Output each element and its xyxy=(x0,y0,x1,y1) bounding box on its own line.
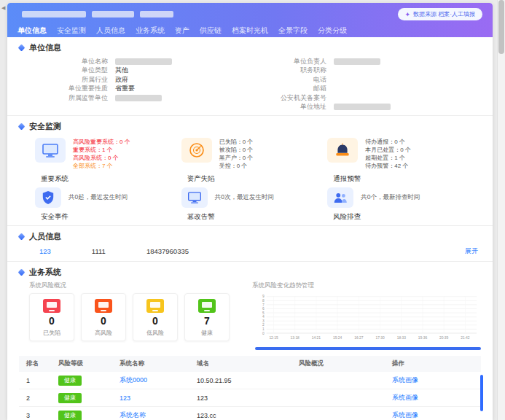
risk-stat-cards: 0 已失陷 0 高风险 0 低风险 7 健康 xyxy=(29,293,248,350)
personnel-name-link[interactable]: 123 xyxy=(39,247,51,255)
stat-line: 黑产户：0 个 xyxy=(219,154,254,162)
card-caption: 资产失陷 xyxy=(187,174,328,184)
field-label: 公安机关备案号 xyxy=(258,93,326,103)
system-name-link[interactable]: 系统名称 xyxy=(120,411,197,420)
personnel-value: 1111 xyxy=(92,247,106,255)
security-card-events: 共0起，最近发生时间 安全事件 xyxy=(35,187,181,224)
stat-label: 已失陷 xyxy=(43,329,60,337)
table-scrollbar[interactable] xyxy=(480,375,483,411)
table-row: 2 健康 123 123 系统画像 xyxy=(19,389,481,407)
field-label: 所属行业 xyxy=(39,75,108,85)
page-scrollbar[interactable] xyxy=(497,0,505,420)
back-arrow[interactable]: ◀ xyxy=(1,5,5,11)
stat-line: 被攻陷：0 个 xyxy=(219,146,254,154)
card-caption: 风险排查 xyxy=(333,212,474,222)
section-diamond-icon xyxy=(18,269,26,276)
system-name-link[interactable]: 123 xyxy=(120,394,197,402)
tab-unit-info[interactable]: 单位信息 xyxy=(17,26,47,39)
team-icon xyxy=(327,187,353,208)
system-profile-link[interactable]: 系统画像 xyxy=(392,393,474,402)
stat-value: 0 xyxy=(152,315,158,327)
svg-text:3: 3 xyxy=(262,319,265,323)
risk-overview-label: 系统风险概况 xyxy=(29,281,252,290)
field-label: 单位负责人 xyxy=(258,57,326,66)
expand-link[interactable]: 展开 xyxy=(465,246,478,256)
section-title-business: 业务系统 xyxy=(29,267,61,278)
system-profile-link[interactable]: 系统画像 xyxy=(392,411,474,420)
personnel-value: 18437960335 xyxy=(146,247,189,255)
col-risk-level: 风险等级 xyxy=(58,359,120,368)
section-personnel: 人员信息 123 1111 18437960335 展开 xyxy=(7,225,493,256)
col-domain: 域名 xyxy=(197,359,299,368)
tab-assets[interactable]: 资产 xyxy=(175,26,189,39)
redacted-value xyxy=(334,58,380,65)
page-scrollbar-thumb[interactable] xyxy=(498,0,504,54)
svg-text:17:30: 17:30 xyxy=(375,337,385,341)
card-caption: 重要系统 xyxy=(41,174,181,184)
field-label: 职务职称 xyxy=(258,66,326,75)
security-card-important-systems: 高风险重要系统：0 个 重要系统：1 个 高风险系统：0 个 全部系统：7 个 … xyxy=(35,138,181,186)
svg-text:8: 8 xyxy=(262,299,265,303)
tab-panorama-fields[interactable]: 全景字段 xyxy=(278,26,308,39)
stat-line: 已失陷：0 个 xyxy=(219,138,254,146)
personnel-row: 123 1111 18437960335 展开 xyxy=(39,246,478,256)
stat-label: 低风险 xyxy=(146,329,164,337)
data-source-button[interactable]: ✦ 数据来源 档案·人工填报 xyxy=(398,8,482,20)
field-value: 政府 xyxy=(115,75,128,85)
data-source-label: 数据来源 档案·人工填报 xyxy=(413,10,475,18)
page-title-redacted xyxy=(22,11,173,18)
stat-line: 高风险重要系统：0 个 xyxy=(73,138,130,146)
field-label: 单位名称 xyxy=(39,57,108,66)
tab-business-systems[interactable]: 业务系统 xyxy=(136,26,165,39)
chart-scrollbar[interactable] xyxy=(255,347,481,350)
section-diamond-icon xyxy=(18,233,26,241)
svg-text:1: 1 xyxy=(262,327,265,331)
security-card-asset-compromise: 已失陷：0 个 被攻陷：0 个 黑产户：0 个 受控：0 个 资产失陷 xyxy=(181,138,328,186)
svg-text:15:24: 15:24 xyxy=(333,337,342,341)
stat-line: 受控：0 个 xyxy=(219,162,254,170)
section-title-security: 安全监测 xyxy=(29,121,61,132)
dashboard-card: ✦ 数据来源 档案·人工填报 单位信息 安全监测 人员信息 业务系统 资产 供应… xyxy=(7,3,493,420)
svg-text:7: 7 xyxy=(262,303,265,307)
trend-chart-canvas: 987654321012:1513:1814:2115:2416:2717:30… xyxy=(255,293,481,346)
monitor-icon xyxy=(146,299,164,313)
system-profile-link[interactable]: 系统画像 xyxy=(392,376,474,385)
svg-text:14:21: 14:21 xyxy=(312,337,321,341)
monitor-icon xyxy=(35,138,66,163)
stat-value: 0 xyxy=(49,315,55,327)
monitor-icon xyxy=(95,299,112,313)
field-value: 其他 xyxy=(115,66,128,75)
security-card-tamper: 共0次，最近发生时间 篡改告警 xyxy=(181,187,328,224)
tab-supply-chain[interactable]: 供应链 xyxy=(200,26,222,39)
tab-personnel[interactable]: 人员信息 xyxy=(96,26,125,39)
field-label: 单位重要性质 xyxy=(39,84,108,93)
section-diamond-icon xyxy=(18,44,26,52)
svg-text:21:42: 21:42 xyxy=(461,337,470,341)
status-badge: 健康 xyxy=(58,376,82,386)
col-system-name: 系统名称 xyxy=(120,359,197,368)
domain-cell: 123.cc xyxy=(197,412,299,419)
redacted-title-block xyxy=(22,11,86,18)
table-row: 1 健康 系统0000 10.50.21.95 系统画像 xyxy=(19,372,481,389)
security-card-notifications: 待办通报：0 个 本月已处置：0 个 超期处置：1 个 待办预警：42 个 通报… xyxy=(327,138,474,186)
svg-text:0: 0 xyxy=(262,332,265,335)
stat-line: 本月已处置：0 个 xyxy=(365,146,411,154)
section-diamond-icon xyxy=(18,123,26,131)
tab-security-monitor[interactable]: 安全监测 xyxy=(57,26,86,39)
tab-classification[interactable]: 分类分级 xyxy=(318,26,347,39)
status-badge: 健康 xyxy=(58,393,82,403)
system-name-link[interactable]: 系统0000 xyxy=(120,376,197,385)
unit-info-form: 单位名称 单位类型其他 所属行业政府 单位重要性质省重要 所属监管单位 单位负责… xyxy=(39,57,481,115)
svg-text:19:36: 19:36 xyxy=(418,337,428,341)
section-title-personnel: 人员信息 xyxy=(29,231,61,242)
header-banner: ✦ 数据来源 档案·人工填报 单位信息 安全监测 人员信息 业务系统 资产 供应… xyxy=(7,3,493,37)
stat-line: 高风险系统：0 个 xyxy=(73,154,130,162)
tab-archive-timeline[interactable]: 档案时光机 xyxy=(232,26,268,39)
rank-cell: 2 xyxy=(26,394,58,402)
domain-cell: 10.50.21.95 xyxy=(197,377,299,384)
svg-text:12:15: 12:15 xyxy=(269,337,278,341)
section-title-unit-info: 单位信息 xyxy=(29,42,61,53)
stat-line: 待办通报：0 个 xyxy=(365,138,411,146)
card-caption: 安全事件 xyxy=(41,212,181,222)
svg-text:16:27: 16:27 xyxy=(354,337,364,341)
